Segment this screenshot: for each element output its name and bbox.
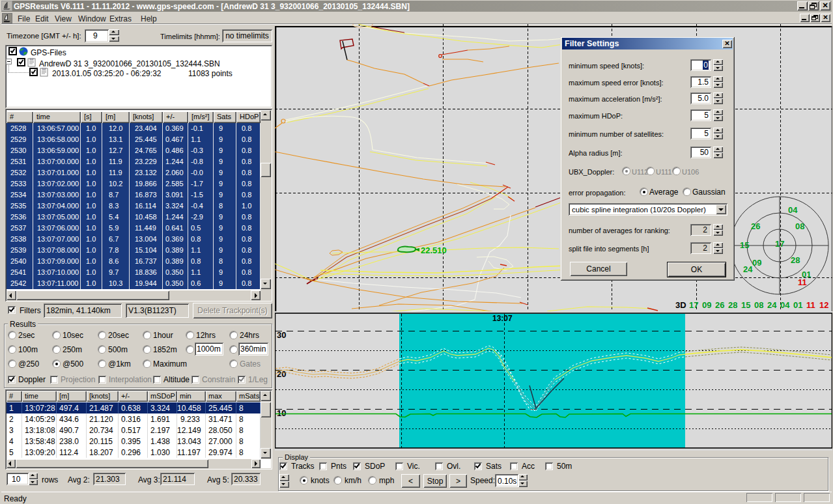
svg-text:09: 09 (702, 300, 711, 310)
svg-text:12: 12 (819, 300, 828, 310)
svg-text:10: 10 (277, 408, 286, 418)
svg-text:08: 08 (795, 221, 804, 231)
svg-text:24: 24 (767, 300, 777, 310)
svg-text:17: 17 (775, 239, 784, 249)
svg-text:28: 28 (728, 300, 737, 310)
svg-text:01: 01 (793, 300, 802, 310)
svg-text:30: 30 (277, 330, 286, 340)
svg-text:26: 26 (715, 300, 724, 310)
svg-text:24: 24 (743, 264, 753, 274)
svg-text:15: 15 (741, 300, 750, 310)
svg-text:17: 17 (689, 300, 698, 310)
svg-text:3D: 3D (675, 300, 686, 310)
svg-text:09: 09 (752, 258, 761, 268)
svg-text:13:07: 13:07 (492, 314, 513, 323)
svg-text:22.510: 22.510 (421, 245, 447, 255)
svg-text:11: 11 (798, 277, 807, 287)
svg-text:28: 28 (791, 255, 800, 265)
svg-text:08: 08 (754, 300, 763, 310)
svg-text:15: 15 (740, 240, 749, 250)
svg-text:11: 11 (806, 300, 815, 310)
svg-text:04: 04 (788, 205, 798, 215)
svg-text:26: 26 (751, 221, 760, 231)
svg-text:04: 04 (780, 300, 790, 310)
